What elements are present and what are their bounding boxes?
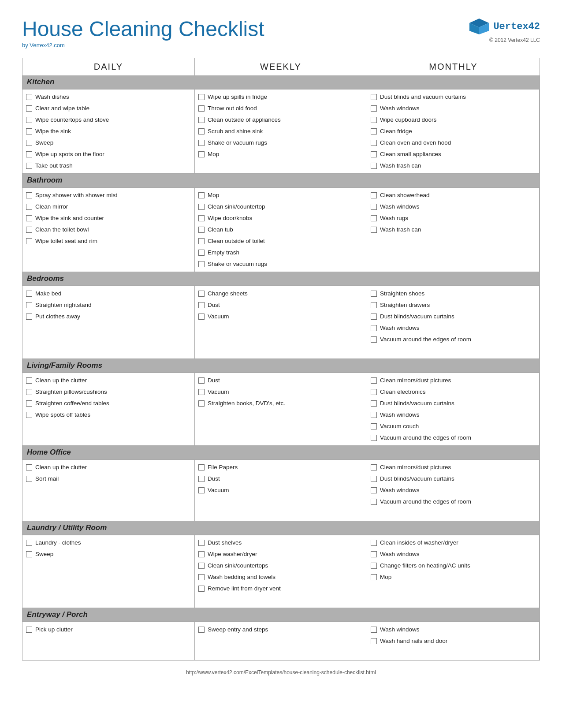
checkbox[interactable] <box>26 151 32 157</box>
checkbox[interactable] <box>26 215 32 221</box>
checkbox[interactable] <box>198 487 205 493</box>
checkbox[interactable] <box>371 204 377 210</box>
list-item <box>26 583 191 594</box>
checkbox[interactable] <box>26 400 32 407</box>
col-daily-3: Clean up the clutterStraighten pillows/c… <box>22 373 195 445</box>
checkbox[interactable] <box>26 163 32 169</box>
checkbox[interactable] <box>198 377 205 384</box>
checkbox[interactable] <box>26 540 32 546</box>
checkbox[interactable] <box>198 105 205 112</box>
list-item <box>371 235 536 247</box>
checkbox[interactable] <box>26 117 32 123</box>
item-label: Spray shower with shower mist <box>35 192 117 198</box>
item-label: Wash windows <box>380 551 420 557</box>
checkbox[interactable] <box>26 192 32 198</box>
checkbox[interactable] <box>198 400 205 407</box>
checkbox[interactable] <box>198 551 205 557</box>
checkbox[interactable] <box>26 105 32 112</box>
checkbox[interactable] <box>371 336 377 343</box>
checkbox[interactable] <box>198 204 205 210</box>
checkbox[interactable] <box>371 291 377 297</box>
checkbox[interactable] <box>198 291 205 297</box>
byline-link[interactable]: by Vertex42.com <box>22 42 65 49</box>
checkbox[interactable] <box>371 412 377 418</box>
checkbox[interactable] <box>26 476 32 482</box>
checkbox[interactable] <box>371 215 377 221</box>
checkbox[interactable] <box>198 586 205 592</box>
item-label: Vacuum <box>208 487 229 493</box>
checkbox[interactable] <box>371 499 377 505</box>
checkbox[interactable] <box>371 435 377 441</box>
checkbox[interactable] <box>371 574 377 580</box>
checkbox[interactable] <box>371 540 377 546</box>
checkbox[interactable] <box>26 464 32 470</box>
checkbox[interactable] <box>371 563 377 569</box>
checkbox[interactable] <box>371 94 377 100</box>
checkbox[interactable] <box>371 117 377 123</box>
checkbox[interactable] <box>26 238 32 244</box>
checkbox[interactable] <box>371 140 377 146</box>
checkbox[interactable] <box>198 389 205 395</box>
checkbox[interactable] <box>26 389 32 395</box>
col-daily-1: Spray shower with shower mistClean mirro… <box>22 188 195 272</box>
list-item <box>371 594 536 606</box>
checkbox[interactable] <box>198 540 205 546</box>
checkbox[interactable] <box>198 128 205 134</box>
section-body-2: Make bedStraighten nightstandPut clothes… <box>22 286 540 359</box>
checkbox[interactable] <box>26 627 32 633</box>
checkbox[interactable] <box>371 551 377 557</box>
checkbox[interactable] <box>371 389 377 395</box>
checkbox[interactable] <box>198 117 205 123</box>
checkbox[interactable] <box>198 314 205 320</box>
checkbox[interactable] <box>371 464 377 470</box>
checkbox[interactable] <box>371 487 377 493</box>
checkbox[interactable] <box>371 314 377 320</box>
checkbox[interactable] <box>198 227 205 233</box>
checkbox[interactable] <box>371 423 377 429</box>
item-label: Wash rugs <box>380 215 408 221</box>
col-monthly-1: Clean showerheadWash windowsWash rugsWas… <box>367 188 540 272</box>
checkbox[interactable] <box>26 140 32 146</box>
checkbox[interactable] <box>198 476 205 482</box>
checkbox[interactable] <box>371 105 377 112</box>
checkbox[interactable] <box>371 151 377 157</box>
checkbox[interactable] <box>371 325 377 331</box>
checkbox[interactable] <box>26 204 32 210</box>
list-item: Wipe the sink and counter <box>26 213 191 224</box>
checkbox[interactable] <box>26 314 32 320</box>
checkbox[interactable] <box>371 400 377 407</box>
checkbox[interactable] <box>198 140 205 146</box>
checkbox[interactable] <box>198 94 205 100</box>
checkbox[interactable] <box>198 464 205 470</box>
checkbox[interactable] <box>371 163 377 169</box>
checkbox[interactable] <box>198 215 205 221</box>
checkbox[interactable] <box>198 261 205 267</box>
page-title: House Cleaning Checklist <box>22 18 264 41</box>
checkbox[interactable] <box>26 377 32 384</box>
checkbox[interactable] <box>371 128 377 134</box>
checkbox[interactable] <box>26 291 32 297</box>
checkbox[interactable] <box>26 94 32 100</box>
list-item <box>26 508 191 519</box>
checkbox[interactable] <box>198 302 205 308</box>
checkbox[interactable] <box>198 574 205 580</box>
checkbox[interactable] <box>371 638 377 644</box>
checkbox[interactable] <box>198 192 205 198</box>
checkbox[interactable] <box>371 476 377 482</box>
checkbox[interactable] <box>371 192 377 198</box>
list-item: Sort mail <box>26 473 191 485</box>
checkbox[interactable] <box>371 302 377 308</box>
checkbox[interactable] <box>198 627 205 633</box>
checkbox[interactable] <box>26 551 32 557</box>
checkbox[interactable] <box>198 250 205 256</box>
checkbox[interactable] <box>371 227 377 233</box>
checkbox[interactable] <box>26 302 32 308</box>
checkbox[interactable] <box>198 238 205 244</box>
checkbox[interactable] <box>198 563 205 569</box>
checkbox[interactable] <box>198 151 205 157</box>
checkbox[interactable] <box>26 128 32 134</box>
checkbox[interactable] <box>371 627 377 633</box>
checkbox[interactable] <box>26 412 32 418</box>
checkbox[interactable] <box>371 377 377 384</box>
checkbox[interactable] <box>26 227 32 233</box>
